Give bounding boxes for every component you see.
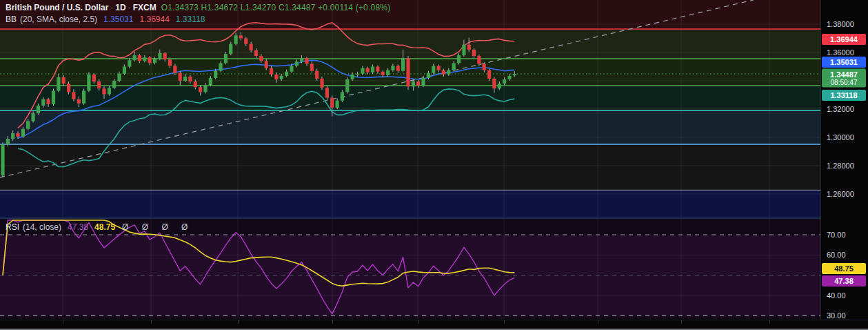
candle-body — [361, 68, 364, 74]
time-axis-tick — [681, 320, 683, 324]
price-zone-band — [0, 29, 820, 59]
candle-body — [421, 78, 425, 86]
trading-chart-window: British Pound / U.S. Dollar·1D·FXCMO1.34… — [0, 0, 868, 330]
price-tick-label: 1.28000 — [827, 162, 854, 170]
candle-body — [507, 76, 511, 79]
candle-body — [371, 67, 374, 72]
price-tick-label: 1.26000 — [827, 190, 854, 198]
candle-body — [447, 70, 450, 75]
candle-body — [416, 81, 420, 86]
candle-body — [250, 44, 253, 50]
candle-body — [244, 39, 248, 44]
candle-body — [498, 84, 501, 88]
candle-body — [1, 144, 4, 175]
symbol-row[interactable]: British Pound / U.S. Dollar·1D·FXCMO1.34… — [6, 2, 390, 14]
candle-body — [492, 79, 496, 88]
candle-body — [310, 64, 314, 70]
price-tick-label: 1.32000 — [827, 105, 854, 113]
candle-body — [467, 45, 471, 50]
rsi-tick-label: 30.00 — [827, 311, 846, 320]
candle-body — [11, 133, 14, 139]
candle-body — [72, 92, 75, 99]
candle-body — [138, 55, 141, 61]
candle-body — [305, 58, 308, 64]
candle-body — [412, 81, 415, 86]
price-chart-pane[interactable]: British Pound / U.S. Dollar·1D·FXCMO1.34… — [0, 0, 820, 217]
rsi-legend: RSI(14, close)47.3848.75Ø Ø Ø Ø — [6, 222, 193, 233]
candle-body — [462, 45, 465, 55]
candle-body — [336, 101, 339, 108]
candle-body — [92, 75, 96, 81]
price-tick-label: 1.38000 — [827, 20, 854, 28]
candle-body — [300, 58, 303, 61]
candle-body — [513, 74, 516, 75]
candle-body — [330, 98, 334, 108]
candle-body — [67, 84, 70, 92]
candlestick-chart[interactable] — [0, 0, 820, 217]
bb-name: BB — [6, 14, 17, 24]
candle-body — [229, 44, 232, 54]
price-axis[interactable]: USD 1.380001.360001.320001.300001.280001… — [820, 0, 868, 320]
candle-body — [117, 74, 121, 81]
candle-body — [143, 57, 146, 61]
candle-body — [112, 81, 116, 88]
candle-body — [280, 76, 283, 79]
candle-body — [401, 58, 405, 71]
rsi-ma-value: 48.75 — [94, 222, 115, 232]
candle-body — [457, 55, 461, 63]
candle-body — [16, 133, 19, 137]
main-legend: British Pound / U.S. Dollar·1D·FXCMO1.34… — [6, 2, 390, 26]
ohlc-values: O1.34373 H1.34672 L1.34270 C1.34487 +0.0… — [161, 3, 391, 12]
candle-body — [452, 63, 456, 70]
bb-lower-badge: 1.33118 — [822, 90, 866, 101]
candle-body — [57, 77, 60, 90]
candle-body — [351, 75, 354, 79]
rsi-indicator-row[interactable]: RSI(14, close)47.3848.75Ø Ø Ø Ø — [6, 222, 193, 233]
candle-body — [194, 81, 197, 87]
candle-body — [168, 59, 172, 66]
candle-body — [386, 70, 390, 75]
candle-body — [47, 99, 50, 104]
bb-params: (20, SMA, close, 2.5) — [20, 14, 97, 24]
candle-body — [52, 90, 55, 104]
candle-body — [274, 75, 278, 79]
rsi-name: RSI — [6, 222, 19, 232]
candle-body — [406, 58, 410, 86]
separator-dot: · — [108, 3, 115, 12]
last-price-badge: 1.3448708:50:47 — [822, 69, 866, 88]
candle-body — [6, 139, 10, 144]
candle-body — [254, 50, 258, 56]
candle-body — [214, 71, 217, 78]
candle-body — [396, 66, 400, 71]
exchange-label: FXCM — [133, 3, 157, 12]
candle-body — [82, 90, 85, 103]
rsi-ma-badge: 48.75 — [822, 263, 866, 274]
candle-body — [163, 53, 167, 59]
candle-body — [173, 66, 176, 73]
time-axis-tick — [418, 320, 419, 324]
candle-body — [203, 85, 207, 92]
time-axis-tick — [598, 320, 599, 324]
bb-indicator-row[interactable]: BB(20, SMA, close, 2.5)1.350311.369441.3… — [6, 14, 390, 26]
candle-body — [315, 71, 319, 79]
candle-body — [483, 64, 486, 70]
candle-body — [356, 74, 359, 75]
bb-basis-value: 1.35031 — [103, 14, 133, 24]
candle-body — [381, 72, 385, 75]
candle-body — [62, 77, 65, 84]
candle-body — [259, 56, 263, 61]
candle-body — [487, 70, 491, 79]
candle-body — [432, 66, 435, 73]
candle-body — [148, 57, 152, 63]
candle-body — [391, 66, 394, 70]
candle-body — [366, 68, 370, 72]
time-axis-tick — [238, 320, 239, 324]
rsi-chart[interactable] — [0, 219, 820, 319]
candle-body — [427, 73, 430, 78]
candle-body — [503, 79, 506, 84]
candle-body — [265, 61, 268, 68]
candle-body — [21, 129, 25, 137]
candle-body — [376, 67, 379, 72]
rsi-pane[interactable]: RSI(14, close)47.3848.75Ø Ø Ø Ø — [0, 219, 820, 319]
candle-body — [320, 79, 323, 88]
